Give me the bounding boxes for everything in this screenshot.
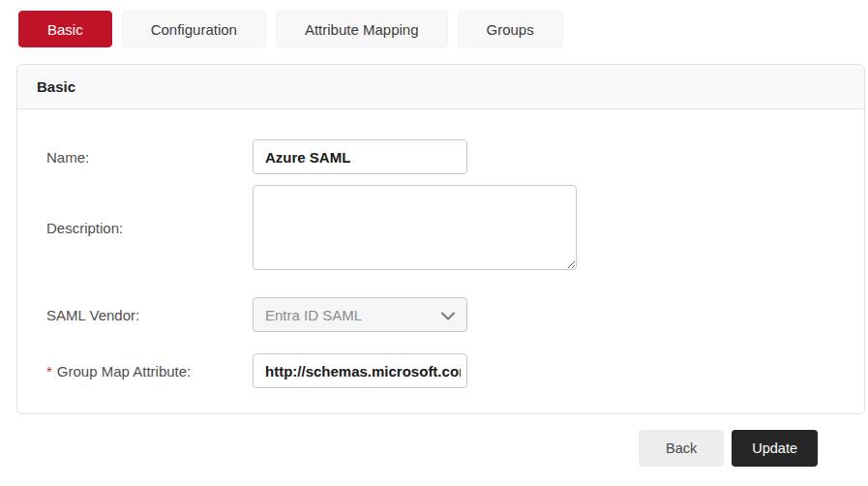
required-asterisk: * (46, 363, 52, 380)
name-row: Name: (46, 139, 864, 174)
tab-configuration[interactable]: Configuration (122, 11, 266, 47)
footer-actions: Back Update (639, 430, 818, 467)
chevron-down-icon (441, 307, 455, 323)
group-map-attribute-row: * Group Map Attribute: (46, 353, 864, 388)
tab-bar: Basic Configuration Attribute Mapping Gr… (18, 11, 563, 47)
back-button[interactable]: Back (639, 430, 724, 467)
name-label: Name: (46, 139, 253, 174)
basic-form: Name: Description: SAML Vendor: Entra ID… (17, 109, 864, 388)
name-input[interactable] (253, 139, 467, 174)
group-map-attribute-label-text: Group Map Attribute: (57, 363, 191, 380)
panel-title: Basic (17, 65, 864, 109)
update-button[interactable]: Update (732, 430, 818, 467)
description-label: Description: (46, 185, 253, 270)
tab-basic[interactable]: Basic (18, 11, 112, 47)
tab-attribute-mapping[interactable]: Attribute Mapping (276, 11, 448, 47)
tab-groups[interactable]: Groups (458, 11, 563, 47)
saml-vendor-label: SAML Vendor: (46, 297, 253, 332)
saml-vendor-row: SAML Vendor: Entra ID SAML (46, 297, 864, 332)
basic-panel: Basic Name: Description: SAML Vendor: En… (16, 64, 865, 414)
saml-vendor-select[interactable]: Entra ID SAML (253, 297, 467, 332)
group-map-attribute-label: * Group Map Attribute: (46, 353, 253, 388)
description-textarea[interactable] (253, 185, 577, 270)
description-row: Description: (46, 185, 864, 270)
group-map-attribute-input[interactable] (253, 353, 467, 388)
saml-vendor-selected-value: Entra ID SAML (265, 307, 362, 323)
